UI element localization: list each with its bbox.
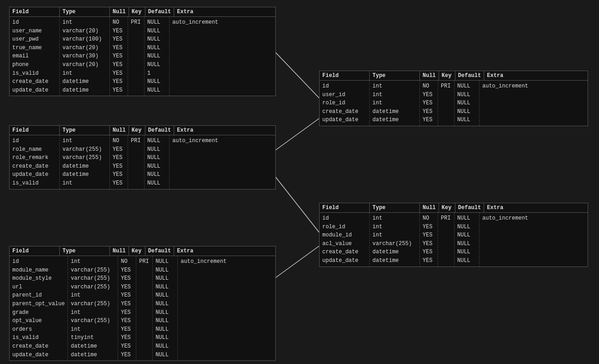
role-modules-col-key: PRI <box>438 213 454 267</box>
roles-col-type: int varchar(255) varchar(255) datetime d… <box>60 135 110 189</box>
user-roles-col-default: NULL NULL NULL NULL NULL <box>454 81 480 126</box>
users-header-extra: Extra <box>174 7 220 16</box>
table-user-roles: Field Type Null Key Default Extra id use… <box>319 71 588 126</box>
roles-col-default: NULL NULL NULL NULL NULL NULL <box>145 135 170 189</box>
table-users: Field Type Null Key Default Extra id use… <box>9 7 276 96</box>
user-roles-col-key: PRI <box>438 81 454 126</box>
modules-col-default: NULL NULL NULL NULL NULL NULL NULL NULL … <box>153 256 178 360</box>
table-roles: Field Type Null Key Default Extra id rol… <box>9 125 276 190</box>
table-modules: Field Type Null Key Default Extra id mod… <box>9 246 276 361</box>
roles-col-extra: auto_increment <box>170 135 221 189</box>
users-col-default: NULL NULL NULL NULL NULL NULL 1 NULL NUL… <box>145 17 170 96</box>
modules-col-null: NO YES YES YES YES YES YES YES YES YES Y… <box>118 256 136 360</box>
user-roles-col-extra: auto_increment <box>480 81 531 126</box>
users-header-field: Field <box>10 7 60 16</box>
roles-header-extra: Extra <box>174 126 220 135</box>
role-modules-header-key: Key <box>439 203 455 212</box>
role-modules-col-type: int int int varchar(255) datetime dateti… <box>370 213 420 267</box>
users-header-default: Default <box>145 7 174 16</box>
role-modules-col-null: NO YES YES YES YES YES <box>420 213 438 267</box>
svg-line-0 <box>269 46 319 98</box>
user-roles-body: id user_id role_id create_date update_da… <box>320 81 588 126</box>
roles-header-type: Type <box>60 126 110 135</box>
user-roles-header-field: Field <box>320 71 370 80</box>
roles-col-key: PRI <box>128 135 145 189</box>
svg-line-3 <box>269 246 319 282</box>
modules-header-key: Key <box>129 246 145 256</box>
role-modules-header-null: Null <box>420 203 439 212</box>
roles-header-default: Default <box>145 126 174 135</box>
modules-header-type: Type <box>60 246 110 256</box>
users-col-null: NO YES YES YES YES YES YES YES YES <box>110 17 128 96</box>
users-col-key: PRI <box>128 17 145 96</box>
modules-col-key: PRI <box>136 256 153 360</box>
users-col-field: id user_name user_pwd true_name email ph… <box>10 17 60 96</box>
role-modules-header-field: Field <box>320 203 370 212</box>
role-modules-header-extra: Extra <box>484 203 530 212</box>
table-role-modules: Field Type Null Key Default Extra id rol… <box>319 203 588 267</box>
modules-body: id module_name module_style url parent_i… <box>10 256 275 360</box>
roles-col-field: id role_name role_remark create_date upd… <box>10 135 60 189</box>
svg-line-1 <box>269 118 319 155</box>
user-roles-header-key: Key <box>439 71 455 80</box>
modules-col-type: int varchar(255) varchar(255) varchar(25… <box>68 256 118 360</box>
user-roles-col-type: int int int datetime datetime <box>370 81 420 126</box>
user-roles-col-null: NO YES YES YES YES <box>420 81 438 126</box>
users-header-null: Null <box>110 7 129 16</box>
users-col-extra: auto_increment <box>170 17 221 96</box>
role-modules-col-field: id role_id module_id acl_value create_da… <box>320 213 370 267</box>
modules-col-extra: auto_increment <box>178 256 229 360</box>
users-col-type: int varchar(20) varchar(100) varchar(20)… <box>60 17 110 96</box>
modules-col-field: id module_name module_style url parent_i… <box>10 256 68 360</box>
users-header-key: Key <box>129 7 145 16</box>
users-header-type: Type <box>60 7 110 16</box>
role-modules-body: id role_id module_id acl_value create_da… <box>320 213 588 267</box>
modules-header-null: Null <box>110 246 129 256</box>
roles-body: id role_name role_remark create_date upd… <box>10 135 275 189</box>
role-modules-col-default: NULL NULL NULL NULL NULL NULL <box>454 213 480 267</box>
user-roles-header-type: Type <box>370 71 420 80</box>
roles-header-key: Key <box>129 126 145 135</box>
role-modules-header-default: Default <box>455 203 484 212</box>
roles-header-null: Null <box>110 126 129 135</box>
role-modules-header-type: Type <box>370 203 420 212</box>
user-roles-header-null: Null <box>420 71 439 80</box>
user-roles-col-field: id user_id role_id create_date update_da… <box>320 81 370 126</box>
svg-line-2 <box>269 169 319 232</box>
users-body: id user_name user_pwd true_name email ph… <box>10 17 275 96</box>
role-modules-col-extra: auto_increment <box>480 213 531 267</box>
modules-header-extra: Extra <box>174 246 220 256</box>
modules-header-field: Field <box>10 246 60 256</box>
user-roles-header-extra: Extra <box>484 71 530 80</box>
roles-header-field: Field <box>10 126 60 135</box>
roles-col-null: NO YES YES YES YES YES <box>110 135 128 189</box>
user-roles-header-default: Default <box>455 71 484 80</box>
modules-header-default: Default <box>145 246 174 256</box>
